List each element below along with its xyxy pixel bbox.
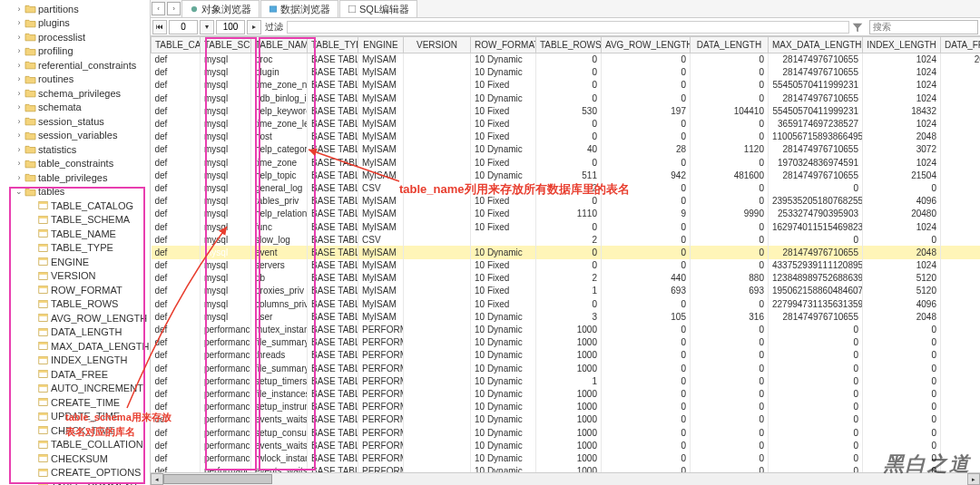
tree-item-checksum[interactable]: CHECKSUM — [0, 451, 150, 466]
table-row[interactable]: defmysqlprocBASE TABLEMyISAM10 Dynamic00… — [152, 53, 981, 66]
tree-item-max_data_length[interactable]: MAX_DATA_LENGTH — [0, 339, 150, 354]
column-header-table_rows[interactable]: TABLE_ROWS — [536, 37, 602, 53]
first-page-button[interactable]: ⏮ — [152, 20, 167, 34]
tab-prev-button[interactable]: ‹ — [152, 2, 165, 15]
column-header-table_catal[interactable]: TABLE_CATAL — [152, 37, 201, 53]
table-row[interactable]: defmysqlhelp_topicBASE TABLEMyISAM10 Dyn… — [152, 169, 981, 181]
tree-item-table_type[interactable]: TABLE_TYPE — [0, 241, 150, 256]
tree-item-auto_increment[interactable]: AUTO_INCREMENT — [0, 382, 150, 396]
page-from-input[interactable] — [169, 20, 198, 34]
tree-item-table_comment[interactable]: TABLE_COMMENT — [0, 480, 150, 485]
tree-item-table_schema[interactable]: TABLE_SCHEMA — [0, 213, 150, 228]
table-row[interactable]: defmysqldbBASE TABLEMyISAM10 Fixed244088… — [152, 272, 981, 285]
tree-item-profiling[interactable]: ›profiling — [0, 44, 150, 59]
tree-item-check_time[interactable]: CHECK_TIME — [0, 423, 150, 438]
scroll-left-button[interactable]: ◂ — [151, 473, 163, 485]
column-header-index_length[interactable]: INDEX_LENGTH — [863, 37, 941, 53]
table-row[interactable]: defperformance_scthreadsBASE TABLEPERFOR… — [152, 349, 981, 362]
tree-item-create_time[interactable]: CREATE_TIME — [0, 395, 150, 410]
column-header-table_type[interactable]: TABLE_TYPE — [308, 37, 358, 53]
tree-item-schema_privileges[interactable]: ›schema_privileges — [0, 86, 150, 101]
tree-item-row_format[interactable]: ROW_FORMAT — [0, 283, 150, 297]
column-header-avg_row_length[interactable]: AVG_ROW_LENGTH — [602, 37, 691, 53]
tree-item-version[interactable]: VERSION — [0, 269, 150, 284]
table-row[interactable]: defmysqlhelp_categoryBASE TABLEMyISAM10 … — [152, 143, 981, 156]
table-row[interactable]: defmysqluserBASE TABLEMyISAM10 Dynamic31… — [152, 310, 981, 323]
table-row[interactable]: defmysqlslow_logBASE TABLECSV200000 — [152, 233, 981, 246]
table-row[interactable]: defmysqleventBASE TABLEMyISAM10 Dynamic0… — [152, 246, 981, 258]
tree-item-update_time[interactable]: UPDATE_TIME — [0, 410, 150, 424]
tree-item-engine[interactable]: ENGINE — [0, 255, 150, 269]
column-header-row_format[interactable]: ROW_FORMAT — [471, 37, 536, 53]
tab-sql-editor[interactable]: SQL编辑器 — [339, 0, 417, 17]
tree-item-routines[interactable]: ›routines — [0, 73, 150, 87]
table-row[interactable]: defperformance_scevents_waits_sunBASE TA… — [152, 413, 981, 426]
table-row[interactable]: defperformance_scfile_instancesBASE TABL… — [152, 387, 981, 400]
table-row[interactable]: defperformance_scrwlock_instancesBASE TA… — [152, 451, 981, 464]
table-row[interactable]: defmysqltime_zoneBASE TABLEMyISAM10 Fixe… — [152, 156, 981, 169]
column-header-table_sche[interactable]: TABLE_SCHE — [201, 37, 251, 53]
tree-item-schemata[interactable]: ›schemata — [0, 101, 150, 115]
table-row[interactable]: defmysqlproxies_privBASE TABLEMyISAM10 F… — [152, 285, 981, 297]
table-row[interactable]: defperformance_scsetup_timersBASE TABLEP… — [152, 374, 981, 387]
column-header-engine[interactable]: ENGINE — [358, 37, 404, 53]
tree-item-processlist[interactable]: ›processlist — [0, 30, 150, 44]
step-down-button[interactable]: ▾ — [200, 20, 214, 34]
tree-item-partitions[interactable]: ›partitions — [0, 2, 150, 16]
column-header-version[interactable]: VERSION — [404, 37, 471, 53]
tab-next-button[interactable]: › — [167, 2, 181, 15]
search-input[interactable] — [873, 22, 946, 32]
step-up-button[interactable]: ▸ — [247, 20, 261, 34]
table-row[interactable]: defmysqltime_zone_leap_BASE TABLEMyISAM1… — [152, 117, 981, 130]
tree-item-table_privileges[interactable]: ›table_privileges — [0, 170, 150, 185]
table-row[interactable]: defmysqlndb_binlog_indexBASE TABLEMyISAM… — [152, 92, 981, 104]
horizontal-scrollbar[interactable]: ◂ ▸ — [151, 472, 980, 485]
tree-item-tables[interactable]: ⌄tables — [0, 185, 150, 199]
search-box[interactable] — [869, 20, 978, 34]
table-row[interactable]: defmysqlcolumns_privBASE TABLEMyISAM10 F… — [152, 297, 981, 310]
tree-item-create_options[interactable]: CREATE_OPTIONS — [0, 466, 150, 480]
table-row[interactable]: defmysqlserversBASE TABLEMyISAM10 Fixed0… — [152, 259, 981, 272]
table-row[interactable]: defmysqlfuncBASE TABLEMyISAM10 Fixed0001… — [152, 220, 981, 233]
tree-item-plugins[interactable]: ›plugins — [0, 16, 150, 31]
tree-item-table_collation[interactable]: TABLE_COLLATION — [0, 438, 150, 452]
tree-item-statistics[interactable]: ›statistics — [0, 142, 150, 157]
tree-item-session_variables[interactable]: ›session_variables — [0, 129, 150, 143]
table-row[interactable]: defperformance_scmutex_instancesBASE TAB… — [152, 323, 981, 335]
tab-object-browser[interactable]: 对象浏览器 — [181, 0, 260, 17]
table-row[interactable]: defperformance_scsetup_consumersBASE TAB… — [152, 426, 981, 439]
table-row[interactable]: defmysqlhelp_keywordBASE TABLEMyISAM10 F… — [152, 104, 981, 117]
table-row[interactable]: defmysqltables_privBASE TABLEMyISAM10 Fi… — [152, 195, 981, 208]
table-row[interactable]: defperformance_scsetup_instrumentBASE TA… — [152, 401, 981, 413]
tab-data-browser[interactable]: 数据浏览器 — [260, 0, 338, 17]
tree-item-table_catalog[interactable]: TABLE_CATALOG — [0, 199, 150, 213]
scroll-thumb[interactable] — [163, 474, 272, 484]
table-row[interactable]: defmysqltime_zone_nameBASE TABLEMyISAM10… — [152, 79, 981, 92]
tree-sidebar[interactable]: ›partitions›plugins›processlist›profilin… — [0, 0, 151, 485]
page-to-input[interactable] — [216, 20, 245, 34]
table-row[interactable]: defmysqlgeneral_logBASE TABLECSV200000 — [152, 181, 981, 194]
tree-item-data_length[interactable]: DATA_LENGTH — [0, 325, 150, 340]
tree-item-table_rows[interactable]: TABLE_ROWS — [0, 297, 150, 312]
filter-icon[interactable] — [851, 21, 864, 34]
tree-item-avg_row_length[interactable]: AVG_ROW_LENGTH — [0, 311, 150, 325]
column-header-data_free[interactable]: DATA_FREE — [941, 37, 981, 53]
tree-item-index_length[interactable]: INDEX_LENGTH — [0, 354, 150, 368]
table-row[interactable]: defperformance_scfile_summary_by_BASE TA… — [152, 362, 981, 374]
column-header-max_data_length[interactable]: MAX_DATA_LENGTH — [769, 37, 863, 53]
data-grid[interactable]: TABLE_CATALTABLE_SCHETABLE_NAMETABLE_TYP… — [151, 36, 980, 485]
tree-item-table_constraints[interactable]: ›table_constraints — [0, 157, 150, 171]
filter-input[interactable] — [287, 21, 849, 34]
tree-item-session_status[interactable]: ›session_status — [0, 114, 150, 129]
tree-item-data_free[interactable]: DATA_FREE — [0, 367, 150, 382]
table-row[interactable]: defmysqlhostBASE TABLEMyISAM10 Fixed0001… — [152, 131, 981, 143]
table-row[interactable]: defperformance_scevents_waits_sunBASE TA… — [152, 439, 981, 451]
column-header-table_name[interactable]: TABLE_NAME — [251, 37, 308, 53]
table-row[interactable]: defmysqlpluginBASE TABLEMyISAM10 Dynamic… — [152, 66, 981, 79]
column-header-data_length[interactable]: DATA_LENGTH — [691, 37, 769, 53]
tree-item-table_name[interactable]: TABLE_NAME — [0, 227, 150, 241]
table-row[interactable]: defmysqlhelp_relationBASE TABLEMyISAM10 … — [152, 208, 981, 220]
table-row[interactable]: defperformance_scfile_summary_by_BASE TA… — [152, 336, 981, 349]
tree-item-referential_constraints[interactable]: ›referential_constraints — [0, 58, 150, 73]
scroll-right-button[interactable]: ▸ — [967, 473, 980, 485]
